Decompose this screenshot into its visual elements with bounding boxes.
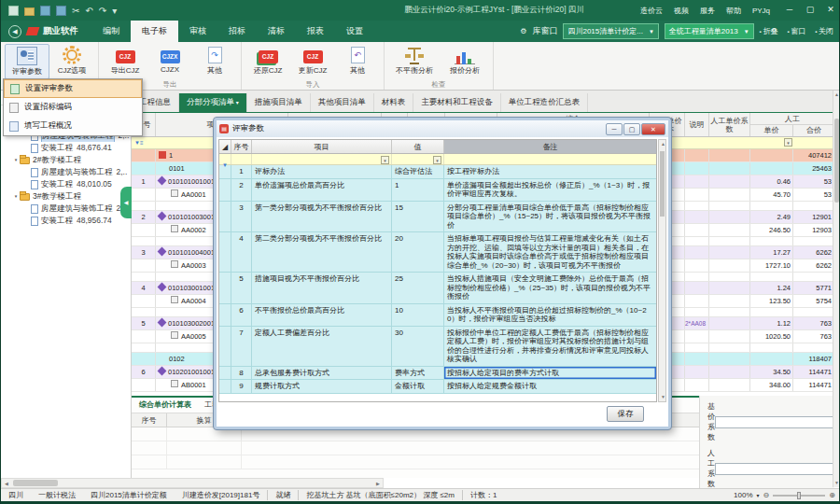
video-link[interactable]: 视频	[674, 6, 689, 16]
panel-action[interactable]: 关闭	[815, 26, 833, 36]
import-other-button[interactable]: 其他	[335, 44, 380, 79]
help-link[interactable]: 帮助	[726, 6, 741, 16]
library-gear-icon[interactable]: ⚙	[520, 27, 526, 35]
filter-dropdown-icon[interactable]: ▾	[784, 138, 792, 147]
quota-library-select[interactable]: 四川2015清单计价定... ▼	[563, 23, 658, 39]
detail-empty-row[interactable]	[132, 441, 699, 455]
context-menu-item[interactable]: 设置招标编码	[4, 98, 142, 117]
service-link[interactable]: 服务	[700, 6, 715, 16]
tree-expander-icon[interactable]: ▾	[12, 190, 20, 203]
col-labor-price[interactable]: 单价	[750, 125, 793, 136]
export-cjzx-button[interactable]: CJZX CJZX	[147, 44, 192, 79]
param-value[interactable]: 1	[392, 179, 444, 201]
update-cjz-button[interactable]: CJZ 更新CJZ	[290, 44, 335, 79]
detail-empty-row[interactable]	[132, 455, 699, 469]
param-remark[interactable]: 投标报价中单位工程的定额人工费低于最高（招标控制价相应定额人工费）时，报价评审组…	[444, 327, 656, 366]
save-all-icon[interactable]	[56, 6, 66, 16]
zoom-out-icon[interactable]: ⊖	[763, 491, 770, 499]
dialog-minimize-button[interactable]: ─	[606, 123, 623, 135]
dialog-row[interactable]: 9 规费计取方式 金额计取 按招标人给定规费金额计取	[219, 380, 656, 394]
tree-collapse-handle[interactable]: ◀	[120, 187, 132, 218]
dialog-col-seq[interactable]: 序号	[231, 140, 252, 153]
param-remark[interactable]: 分部分项工程量清单项目综合单价低于最高（招标控制价相应项目综合单价）_%（15~…	[444, 202, 656, 232]
sheet-tab[interactable]: 措施项目清单	[247, 93, 311, 112]
dialog-row[interactable]: 2 单价遗漏项总价最高百分比 1 单价遗漏项目金额超出投标总价（修正后）_%（1…	[219, 179, 656, 202]
dialog-row[interactable]: 7 定额人工费偏差百分比 30 投标报价中单位工程的定额人工费低于最高（招标控制…	[219, 327, 656, 367]
open-file-icon[interactable]	[24, 7, 35, 16]
param-name[interactable]: 不平衡报价总价最高百分比	[252, 304, 392, 326]
redo-icon[interactable]: ↷	[99, 6, 106, 16]
tree-item[interactable]: 房屋建筑与装饰工程 2,..	[1, 166, 131, 178]
menu-item[interactable]: 编制	[91, 21, 131, 42]
zoom-slider-thumb[interactable]	[797, 492, 801, 499]
save-button[interactable]: 保存	[607, 406, 644, 422]
context-menu-item[interactable]: 设置评审参数	[4, 79, 142, 98]
brand-name[interactable]: 鹏业软件	[43, 25, 78, 37]
tree-item[interactable]: 安装工程 48,010.05	[1, 178, 131, 190]
dialog-row[interactable]: 5 措施项目视为不平衡报价百分比 25 当投标人措施项目（安全文明施工费除外）总…	[219, 273, 656, 304]
close-button[interactable]: ✕	[820, 3, 840, 18]
filter-dropdown-icon[interactable]: ▾	[433, 156, 441, 164]
scroll-right-icon[interactable]: ▶	[373, 479, 383, 488]
cjz-options-button[interactable]: CJZ选项	[49, 44, 94, 79]
save-icon[interactable]	[40, 6, 50, 16]
menu-item[interactable]: 设置	[335, 21, 374, 42]
customize-toolbar-icon[interactable]: ▾	[112, 6, 117, 16]
tree-item[interactable]: ▾ 3#教学楼工程	[1, 190, 131, 203]
param-name[interactable]: 第二类分部分项视为不平衡报价百分比	[252, 232, 392, 272]
col-labor-total[interactable]: 合价	[793, 125, 834, 136]
param-value[interactable]: 金额计取	[392, 380, 444, 393]
menu-item[interactable]: 审核	[178, 21, 217, 42]
param-remark[interactable]: 按招标人给定项目的费率方式计取	[444, 367, 656, 380]
param-name[interactable]: 第一类分部分项视为不平衡报价百分比	[252, 202, 392, 232]
scrollbar-thumb[interactable]	[660, 151, 665, 217]
dialog-filter-row[interactable]: ▼ ▾ ▾	[219, 154, 656, 165]
zoom-slider[interactable]	[773, 495, 825, 497]
restore-cjz-button[interactable]: CJZ 还原CJZ	[245, 44, 290, 79]
dialog-row[interactable]: 4 第二类分部分项视为不平衡报价百分比 20 当招标单项工程项目报价与估算工程量…	[219, 232, 656, 273]
menu-item[interactable]: 清标	[257, 21, 296, 42]
cloud-link[interactable]: 造价云	[640, 6, 663, 16]
param-remark[interactable]: 当投标人不平衡报价项目的总价超过招标控制价的_%（10~20）时，报价评审组应当…	[444, 304, 656, 326]
panel-action[interactable]: 折叠	[760, 26, 778, 36]
zoom-in-icon[interactable]: ⊕	[829, 491, 835, 499]
param-remark[interactable]: 当招标单项工程项目报价与估算工程量增减变化有关（如土石方的开挖、运输、回填等以立…	[444, 232, 656, 272]
param-value[interactable]: 30	[392, 327, 444, 366]
sheet-tab[interactable]: 材料表	[374, 93, 414, 112]
cut-icon[interactable]: ✂	[72, 6, 79, 16]
dialog-row[interactable]: 1 评标办法 综合评估法 按工程评标办法	[219, 165, 656, 179]
tree-expander-icon[interactable]: ▾	[12, 154, 20, 166]
param-remark[interactable]: 按工程评标办法	[444, 165, 656, 178]
zoom-level[interactable]: 100%	[734, 491, 752, 499]
unbalanced-analysis-button[interactable]: 不平衡分析	[388, 44, 441, 79]
tree-item[interactable]: ▾ 2#教学楼工程	[1, 154, 131, 166]
scroll-down-icon[interactable]: ▼	[659, 393, 667, 401]
param-name[interactable]: 规费计取方式	[252, 380, 392, 393]
sheet-tab[interactable]: 其他项目清单	[311, 93, 374, 112]
param-value[interactable]: 25	[392, 273, 444, 303]
param-remark[interactable]: 按招标人给定规费金额计取	[444, 380, 656, 393]
vertical-scrollbar[interactable]: ▲ ▼	[833, 91, 839, 487]
param-name[interactable]: 总承包服务费计取方式	[252, 367, 392, 380]
scrollbar-thumb[interactable]	[13, 480, 58, 486]
menu-item[interactable]: 招标	[217, 21, 257, 42]
restore-button[interactable]: ▢	[800, 3, 820, 18]
detail-tab[interactable]: 综合单价计算表	[139, 399, 191, 413]
scrollbar-thumb[interactable]	[834, 119, 839, 203]
dialog-row[interactable]: 3 第一类分部分项视为不平衡报价百分比 15 分部分项工程量清单项目综合单价低于…	[219, 202, 656, 233]
param-name[interactable]: 单价遗漏项总价最高百分比	[252, 179, 392, 201]
menu-item[interactable]: 电子标	[131, 21, 178, 42]
export-cjz-button[interactable]: CJZ 导出CJZ	[103, 44, 147, 79]
new-file-icon[interactable]	[8, 6, 19, 16]
dialog-col-remark[interactable]: 备注	[444, 140, 656, 153]
dialog-scrollbar[interactable]: ▲ ▼	[658, 139, 666, 402]
undo-icon[interactable]: ↶	[85, 6, 92, 16]
sheet-tab[interactable]: 单位工程造价汇总表	[501, 93, 589, 112]
dialog-col-value[interactable]: 值	[392, 140, 444, 153]
sheet-tab[interactable]: 主要材料和工程设备	[413, 93, 501, 112]
review-params-button[interactable]: 评审参数	[5, 44, 49, 79]
col-labor-coef[interactable]: 人工单价系数	[709, 113, 750, 136]
scroll-up-icon[interactable]: ▲	[833, 91, 840, 99]
filter-funnel-icon[interactable]: ▼	[219, 162, 228, 168]
scroll-down-icon[interactable]: ▼	[833, 479, 840, 487]
